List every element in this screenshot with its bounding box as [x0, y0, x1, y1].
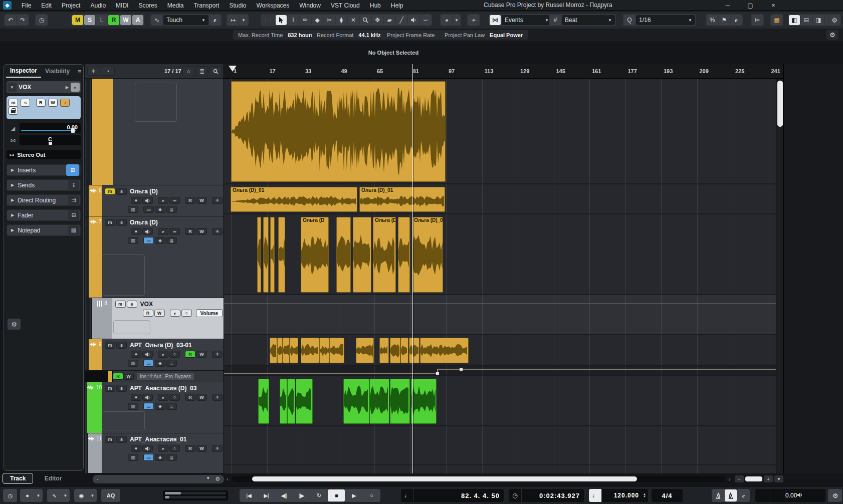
global-s-button[interactable]: S — [84, 15, 95, 25]
transport-setup-gear-icon[interactable]: ⚙ — [828, 489, 841, 501]
automation-flat-line[interactable] — [224, 303, 783, 304]
on-screen-keyboard-icon[interactable]: ▦ — [771, 15, 782, 25]
audio-event[interactable] — [301, 338, 319, 363]
right-zone-toggle-icon[interactable]: ◨ — [813, 15, 824, 25]
inspector-track-header[interactable]: ▼ VOX ▶ e — [7, 81, 81, 93]
channel-link-icon[interactable]: ○ — [169, 394, 180, 401]
tempo-track-icon[interactable]: ♩ — [589, 489, 602, 502]
go-to-previous-marker-button[interactable]: |◀ — [240, 489, 257, 501]
menu-studio[interactable]: Studio — [224, 2, 251, 9]
section-sends[interactable]: ▶ Sends ↧ — [7, 179, 81, 191]
expand-arrow-icon[interactable]: ▶ — [11, 198, 14, 202]
menu-transport[interactable]: Transport — [188, 2, 224, 9]
section-fader[interactable]: ▶ Fader ⊟ — [7, 209, 81, 221]
track-drag-handle[interactable] — [85, 79, 92, 185]
inspector-menu-icon[interactable]: ≡ — [78, 68, 81, 75]
track-row-8[interactable]: 8 m s VOX R W e ○ Volume — [85, 298, 224, 339]
freeze-icon[interactable]: ✳ — [212, 394, 223, 401]
section-inserts[interactable]: ▶ Inserts ⊞ — [7, 164, 81, 176]
tool-erase-icon[interactable]: ◆ — [312, 15, 323, 25]
audio-event[interactable] — [270, 338, 277, 363]
audio-event[interactable] — [278, 217, 285, 293]
close-button[interactable]: × — [765, 0, 782, 11]
audio-event[interactable] — [290, 338, 298, 363]
color-menu-arrow-icon[interactable]: ▼ — [453, 15, 460, 25]
tab-inspector[interactable]: Inspector — [6, 65, 41, 78]
audio-event[interactable] — [353, 217, 371, 293]
monitor-speaker-icon[interactable] — [142, 445, 153, 452]
sends-bypass-icon[interactable]: ◈ — [155, 454, 165, 461]
global-a-button[interactable]: A — [132, 15, 143, 25]
menu-project[interactable]: Project — [57, 2, 85, 9]
auto-scroll-icon[interactable]: ↦ — [228, 15, 239, 25]
audio-event[interactable] — [390, 338, 400, 363]
audio-activity-icon[interactable]: ∿ — [48, 489, 61, 501]
record-button[interactable]: ○ — [363, 489, 380, 501]
expand-arrow-icon[interactable]: ▶ — [11, 213, 14, 217]
audio-event[interactable] — [400, 338, 408, 363]
auto-quantize-button[interactable]: AQ — [102, 489, 120, 501]
collapse-arrow-icon[interactable]: ▼ — [8, 83, 17, 92]
menu-edit[interactable]: Edit — [36, 2, 57, 9]
sends-bypass-icon[interactable]: ◈ — [155, 403, 165, 410]
tool-range-selection-icon[interactable]: I — [288, 15, 299, 25]
write-automation-button[interactable]: W — [196, 394, 207, 401]
global-m-button[interactable]: M — [72, 15, 83, 25]
status-project-pan-law[interactable]: Project Pan LawEqual Power — [440, 30, 528, 40]
track-row-7[interactable]: 7 m s Ольга (D) ● e ∞ R W ✳ ▥ ▭ ◈ ≣ — [85, 216, 224, 298]
track-list-options-icon[interactable]: ≣ — [196, 66, 208, 76]
tool-line-icon[interactable]: ╱ — [396, 15, 407, 25]
edit-channel-icon[interactable]: e — [170, 310, 180, 317]
audio-event[interactable] — [390, 379, 410, 424]
record-enable-icon[interactable]: ● — [131, 445, 141, 452]
channel-strip-icon[interactable]: ≣ — [166, 360, 177, 367]
expand-arrow-icon[interactable]: ▶ — [11, 168, 14, 172]
stop-button[interactable]: ■ — [328, 489, 345, 501]
menu-workspaces[interactable]: Workspaces — [251, 2, 294, 9]
rewind-button[interactable]: ◀|| — [275, 489, 292, 501]
track-row-6[interactable]: 6 m s Ольга (D) ● e ∞ R W ✳ ▥ ▭ ◈ ≣ — [85, 185, 224, 216]
mute-button[interactable]: m — [105, 436, 115, 443]
audio-event[interactable] — [280, 379, 287, 424]
transport-history-icon[interactable]: ◷ — [4, 489, 17, 501]
track-list-gear-icon[interactable]: ⚙ — [215, 476, 220, 482]
global-r-button[interactable]: R — [108, 15, 119, 25]
track-lane[interactable] — [224, 426, 783, 465]
expand-arrow-icon[interactable]: ▶ — [11, 183, 14, 187]
record-enable-icon[interactable]: ● — [131, 197, 141, 204]
track-drag-handle[interactable] — [85, 216, 89, 298]
automation-parameter-label[interactable]: Ins.:4:Aut...Pro-Bypass — [137, 373, 194, 380]
edit-channel-icon[interactable]: e — [158, 394, 168, 401]
midi-note-icon[interactable]: ♪ — [60, 99, 70, 107]
metronome-setup-icon[interactable]: e — [737, 489, 749, 501]
record-enable-icon[interactable]: ● — [131, 394, 141, 401]
menu-window[interactable]: Window — [294, 2, 326, 9]
find-track-magnifier-icon[interactable] — [209, 66, 222, 76]
freeze-icon[interactable]: ✳ — [212, 228, 223, 235]
track-drag-handle[interactable] — [85, 298, 92, 339]
audio-event[interactable] — [263, 217, 269, 293]
show-lanes-icon[interactable]: ▥ — [128, 403, 138, 410]
auto-scroll-options-icon[interactable]: ▼ — [240, 15, 248, 25]
edit-channel-icon[interactable]: e — [158, 228, 168, 235]
volume-handle[interactable] — [71, 128, 75, 133]
grid-type-dropdown[interactable]: Beat▼ — [562, 15, 615, 25]
audio-event[interactable] — [336, 217, 351, 293]
section-direct-routing[interactable]: ▶ Direct Routing ⇉ — [7, 194, 81, 206]
redo-icon[interactable]: ↷ — [17, 15, 28, 25]
constrain-delay-compensation-icon[interactable]: ◷ — [36, 15, 47, 25]
tool-play-icon[interactable] — [408, 15, 419, 25]
automation-lane[interactable] — [224, 366, 783, 376]
track-lane[interactable]: Ольга (D)_01 Ольга (D)_01 — [224, 184, 783, 214]
metronome-precount-icon[interactable] — [712, 489, 724, 501]
home-zoom-icon[interactable]: ⌂ — [182, 66, 194, 76]
solo-button[interactable]: s — [116, 436, 127, 443]
channel-strip-icon[interactable]: ≣ — [166, 206, 177, 213]
direct-routing-icon[interactable]: ⇉ — [68, 195, 79, 205]
solo-button[interactable]: s — [116, 342, 127, 349]
scroll-left-icon[interactable]: ‹ — [224, 476, 231, 482]
left-divider-icon[interactable]: ⊨ — [752, 15, 763, 25]
track-row-10[interactable]: 10 m s АРТ_Анастасия (D)_03 ● e ○ R W ✳ … — [85, 382, 224, 433]
tool-color-icon[interactable]: ∽ — [420, 15, 431, 25]
edit-channel-icon[interactable]: e — [158, 197, 168, 204]
